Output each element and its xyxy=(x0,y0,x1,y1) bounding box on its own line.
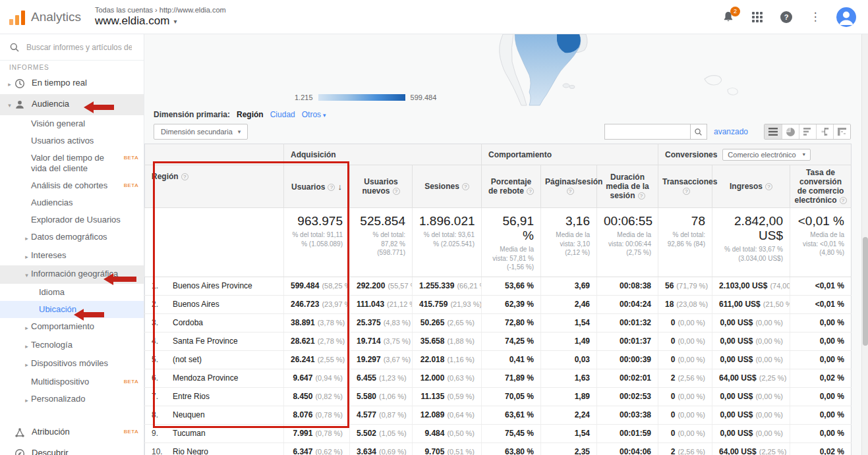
pivot-view-button[interactable] xyxy=(833,124,850,139)
sidebar-item-ubicacion[interactable]: Ubicación xyxy=(0,301,144,318)
conversions-type-select[interactable]: Comercio electrónico ▾ xyxy=(722,149,810,161)
help-icon[interactable]: ? xyxy=(567,188,574,195)
column-header-region[interactable]: Región? xyxy=(145,165,284,208)
sidebar-item-personalizado[interactable]: ▸Personalizado xyxy=(0,390,144,409)
help-icon[interactable]: ? xyxy=(181,173,188,180)
table-row[interactable]: 5.(not set) 26.241(2,55 %) 19.297(3,67 %… xyxy=(145,350,852,369)
column-header-users[interactable]: Usuarios?↓ xyxy=(284,165,350,208)
column-header-sessions[interactable]: Sesiones? xyxy=(413,165,482,208)
table-search-button[interactable] xyxy=(690,124,707,140)
sidebar-item-dispositivos-moviles[interactable]: ▸Dispositivos móviles xyxy=(0,355,144,373)
sidebar-item-tecnologia[interactable]: ▸Tecnología xyxy=(0,336,144,355)
sidebar-item-audiencia[interactable]: ▾Audiencia xyxy=(0,94,144,115)
more-menu-button[interactable]: ⋮ xyxy=(807,9,823,25)
dimension-city[interactable]: Ciudad xyxy=(270,110,295,119)
logo[interactable]: Analytics xyxy=(9,9,90,25)
breadcrumb[interactable]: Todas las cuentas › http://www.eldia.com xyxy=(95,6,226,14)
vertical-scrollbar[interactable] xyxy=(861,34,868,455)
region-cell[interactable]: 7.Entre Rios xyxy=(145,387,284,406)
performance-view-button[interactable] xyxy=(799,124,816,139)
sidebar-item-datos-demograficos[interactable]: ▸Datos demográficos xyxy=(0,228,144,247)
table-row[interactable]: 3.Cordoba 38.891(3,78 %) 25.375(4,83 %) … xyxy=(145,313,852,332)
region-name[interactable]: Buenos Aires Province xyxy=(173,281,252,290)
sidebar-item-audiencias[interactable]: Audiencias xyxy=(0,194,144,211)
table-row[interactable]: 8.Neuquen 8.076(0,78 %) 4.577(0,87 %) 12… xyxy=(145,406,852,424)
region-cell[interactable]: 4.Santa Fe Province xyxy=(145,332,284,350)
region-cell[interactable]: 10.Rio Negro xyxy=(145,442,284,455)
table-row[interactable]: 2.Buenos Aires 246.723(23,97 %) 111.043(… xyxy=(145,295,852,313)
region-cell[interactable]: 8.Neuquen xyxy=(145,406,284,424)
region-cell[interactable]: 3.Cordoba xyxy=(145,313,284,332)
sidebar-item-en-tiempo-real[interactable]: ▸En tiempo real xyxy=(0,73,144,94)
advanced-filter-link[interactable]: avanzado xyxy=(714,127,748,136)
percentage-view-button[interactable] xyxy=(782,124,799,139)
sidebar-item-informacion-geografica[interactable]: ▾Información geográfica xyxy=(0,265,144,284)
notifications-button[interactable]: 2 xyxy=(720,9,736,25)
sidebar-item-atribucion[interactable]: AtribuciónBETA xyxy=(0,422,144,443)
scrollbar-thumb[interactable] xyxy=(863,237,868,346)
region-cell[interactable]: 9.Tucuman xyxy=(145,424,284,442)
table-row[interactable]: 4.Santa Fe Province 28.621(2,78 %) 19.71… xyxy=(145,332,852,350)
table-row[interactable]: 10.Rio Negro 6.347(0,62 %) 3.634(0,69 %)… xyxy=(145,442,852,455)
new-users-cell: 111.043(21,12 %) xyxy=(350,295,413,313)
column-header-new-users[interactable]: Usuarios nuevos? xyxy=(350,165,413,208)
property-selector[interactable]: www.eldia.com ▾ xyxy=(95,14,226,28)
sessions-cell: 1.255.339(66,21 %) xyxy=(413,277,482,295)
region-name[interactable]: Santa Fe Province xyxy=(173,336,238,346)
region-cell[interactable]: 6.Mendoza Province xyxy=(145,369,284,387)
region-name[interactable]: Rio Negro xyxy=(173,447,208,455)
column-header-pages-session[interactable]: Páginas/sesión? xyxy=(541,165,597,208)
region-name[interactable]: Entre Rios xyxy=(173,392,210,401)
table-row[interactable]: 7.Entre Rios 8.450(0,82 %) 5.580(1,06 %)… xyxy=(145,387,852,406)
user-avatar[interactable] xyxy=(836,7,856,27)
new-users-cell: 4.577(0,87 %) xyxy=(350,406,413,424)
sidebar-item-analisis-de-cohortes[interactable]: Análisis de cohortesBETA xyxy=(0,177,144,194)
secondary-dimension-button[interactable]: Dimensión secundaria ▾ xyxy=(154,124,248,140)
column-header-avg-duration[interactable]: Duración media de la sesión? xyxy=(597,165,658,208)
column-header-conversion-rate[interactable]: Tasa de conversión de comercio electróni… xyxy=(790,165,852,208)
table-row[interactable]: 1.Buenos Aires Province 599.484(58,25 %)… xyxy=(145,277,852,295)
help-icon[interactable]: ? xyxy=(527,188,534,195)
beta-badge: BETA xyxy=(124,427,138,437)
help-icon[interactable]: ? xyxy=(638,192,645,200)
sidebar-search[interactable] xyxy=(0,34,144,61)
help-icon[interactable]: ? xyxy=(765,183,772,190)
help-icon[interactable]: ? xyxy=(840,197,847,204)
apps-grid-button[interactable] xyxy=(749,9,765,25)
help-icon[interactable]: ? xyxy=(462,183,469,190)
region-name[interactable]: (not set) xyxy=(173,355,202,364)
dimension-other[interactable]: Otros▾ xyxy=(302,110,326,119)
sidebar-item-valor-del-tiempo-de-vida-del-cliente[interactable]: Valor del tiempo de vida del clienteBETA xyxy=(0,149,144,177)
region-name[interactable]: Mendoza Province xyxy=(173,373,238,383)
help-button[interactable]: ? xyxy=(778,9,794,25)
table-row[interactable]: 9.Tucuman 7.991(0,78 %) 5.502(1,05 %) 9.… xyxy=(145,424,852,442)
help-icon[interactable]: ? xyxy=(393,188,400,195)
sidebar-item-idioma[interactable]: Idioma xyxy=(0,284,144,301)
table-search-input[interactable] xyxy=(604,124,690,140)
dimension-region[interactable]: Región xyxy=(237,110,264,119)
sidebar-item-intereses[interactable]: ▸Intereses xyxy=(0,247,144,265)
region-cell[interactable]: 2.Buenos Aires xyxy=(145,295,284,313)
sidebar-item-multidispositivo[interactable]: MultidispositivoBETA xyxy=(0,373,144,390)
region-name[interactable]: Neuquen xyxy=(173,410,205,419)
help-icon[interactable]: ? xyxy=(683,188,690,195)
column-header-transactions[interactable]: Transacciones? xyxy=(658,165,712,208)
table-row[interactable]: 6.Mendoza Province 9.647(0,94 %) 6.455(1… xyxy=(145,369,852,387)
region-name[interactable]: Cordoba xyxy=(173,318,203,327)
sidebar-item-usuarios-activos[interactable]: Usuarios activos xyxy=(0,132,144,149)
column-header-revenue[interactable]: Ingresos? xyxy=(712,165,790,208)
sidebar-item-vision-general[interactable]: Visión general xyxy=(0,115,144,132)
region-cell[interactable]: 1.Buenos Aires Province xyxy=(145,277,284,295)
region-name[interactable]: Tucuman xyxy=(173,429,206,438)
sidebar-item-explorador-de-usuarios[interactable]: Explorador de Usuarios xyxy=(0,211,144,228)
sidebar-item-comportamiento[interactable]: ▸Comportamiento xyxy=(0,318,144,336)
column-header-bounce-rate[interactable]: Porcentaje de rebote? xyxy=(482,165,541,208)
region-name[interactable]: Buenos Aires xyxy=(173,300,219,309)
row-rank: 6. xyxy=(152,373,166,383)
region-cell[interactable]: 5.(not set) xyxy=(145,350,284,369)
table-view-button[interactable] xyxy=(765,124,782,139)
sidebar-item-descubrir[interactable]: Descubrir xyxy=(0,443,144,455)
help-icon[interactable]: ? xyxy=(328,184,335,191)
comparison-view-button[interactable] xyxy=(816,124,833,139)
search-input[interactable] xyxy=(26,43,132,52)
